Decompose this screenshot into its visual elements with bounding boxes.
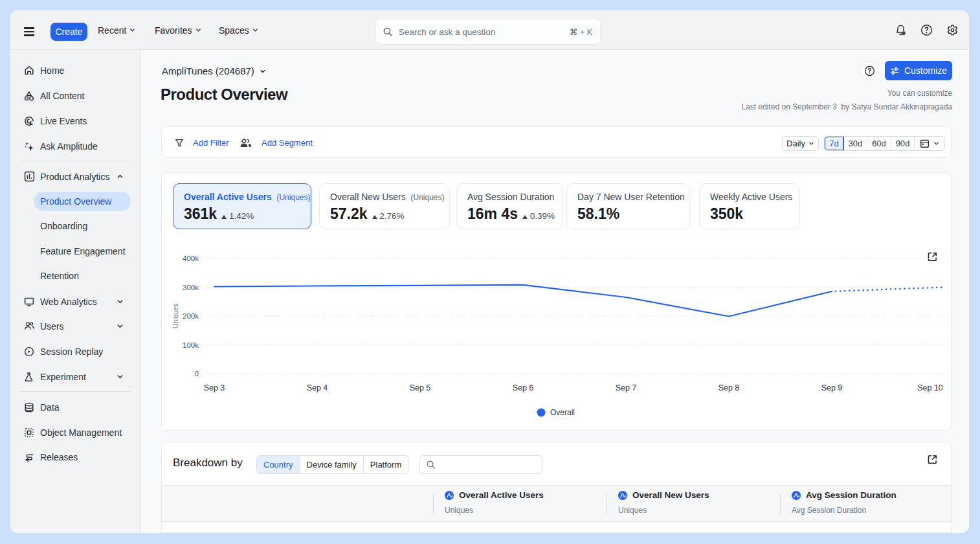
svg-text:0: 0 — [195, 370, 199, 378]
svg-text:Sep 5: Sep 5 — [410, 383, 431, 392]
svg-text:Sep 7: Sep 7 — [616, 383, 637, 392]
svg-text:400k: 400k — [183, 255, 199, 262]
svg-text:Sep 6: Sep 6 — [513, 383, 534, 392]
svg-text:Sep 4: Sep 4 — [307, 383, 328, 392]
svg-text:Overall: Overall — [550, 408, 575, 417]
svg-text:100k: 100k — [183, 341, 199, 349]
svg-text:Uniques: Uniques — [172, 304, 179, 329]
svg-text:Sep 10: Sep 10 — [917, 383, 943, 392]
svg-text:Sep 8: Sep 8 — [718, 383, 740, 392]
svg-text:200k: 200k — [183, 312, 199, 320]
svg-text:Sep 3: Sep 3 — [204, 383, 225, 392]
svg-text:300k: 300k — [183, 284, 199, 291]
svg-text:Sep 9: Sep 9 — [821, 383, 843, 392]
